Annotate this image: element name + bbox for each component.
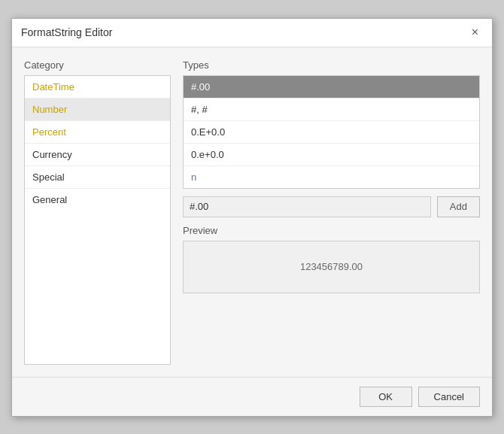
type-item-5[interactable]: n <box>184 166 479 188</box>
ok-button[interactable]: OK <box>360 387 412 407</box>
category-list: DateTime Number Percent Currency Special… <box>24 75 171 365</box>
sidebar-item-special[interactable]: Special <box>25 166 170 189</box>
sidebar-item-general[interactable]: General <box>25 189 170 211</box>
preview-section: Preview 123456789.00 <box>183 225 480 293</box>
preview-label: Preview <box>183 225 480 236</box>
close-button[interactable]: × <box>467 25 483 40</box>
type-item-1[interactable]: #.00 <box>184 76 479 99</box>
add-row: Add <box>183 196 480 217</box>
dialog-footer: OK Cancel <box>12 377 492 416</box>
format-string-editor-dialog: FormatString Editor × Category DateTime … <box>11 18 493 417</box>
add-button[interactable]: Add <box>437 196 480 217</box>
types-label: Types <box>183 59 480 71</box>
left-panel: Category DateTime Number Percent Currenc… <box>24 59 171 365</box>
type-item-2[interactable]: #, # <box>184 99 479 121</box>
titlebar: FormatString Editor × <box>12 19 492 47</box>
format-input[interactable] <box>183 196 431 217</box>
types-list: #.00 #, # 0.E+0.0 0.e+0.0 n <box>183 75 480 189</box>
dialog-title: FormatString Editor <box>21 26 112 38</box>
preview-box: 123456789.00 <box>183 241 480 293</box>
sidebar-item-currency[interactable]: Currency <box>25 144 170 166</box>
dialog-content: Category DateTime Number Percent Currenc… <box>12 47 492 377</box>
category-label: Category <box>24 59 171 71</box>
type-item-4[interactable]: 0.e+0.0 <box>184 144 479 166</box>
sidebar-item-datetime[interactable]: DateTime <box>25 76 170 99</box>
preview-value: 123456789.00 <box>300 261 363 272</box>
right-panel: Types #.00 #, # 0.E+0.0 0.e+0.0 n Add Pr… <box>183 59 480 365</box>
sidebar-item-number[interactable]: Number <box>25 99 170 121</box>
cancel-button[interactable]: Cancel <box>418 387 480 407</box>
type-item-3[interactable]: 0.E+0.0 <box>184 121 479 144</box>
sidebar-item-percent[interactable]: Percent <box>25 121 170 144</box>
